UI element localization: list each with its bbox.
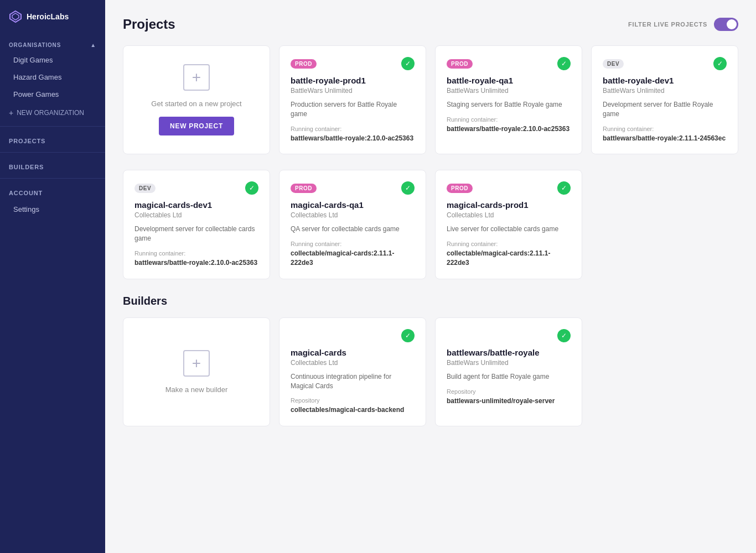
repo-label: Repository (291, 397, 415, 404)
new-builder-icon: + (183, 350, 210, 377)
builder-card-magical-cards[interactable]: ✓ magical-cards Collectables Ltd Continu… (279, 317, 426, 426)
project-card-magical-cards-prod1[interactable]: PROD ✓ magical-cards-prod1 Collectables … (435, 170, 582, 279)
new-builder-text: Make a new builder (165, 385, 228, 394)
card-org: BattleWars Unlimited (447, 87, 571, 95)
project-card-magical-cards-qa1[interactable]: PROD ✓ magical-cards-qa1 Collectables Lt… (279, 170, 426, 279)
env-badge: PROD (447, 59, 473, 69)
container-value: battlewars/battle-royale:2.10.0-ac25363 (291, 134, 415, 143)
filter-label: FILTER LIVE PROJECTS (628, 21, 707, 28)
card-org: BattleWars Unlimited (447, 359, 571, 367)
project-card-magical-cards-dev1[interactable]: DEV ✓ magical-cards-dev1 Collectables Lt… (123, 170, 270, 279)
env-badge: DEV (134, 184, 156, 193)
env-badge: DEV (603, 59, 624, 69)
container-value: battlewars/battle-royale:2.10.0-ac25363 (447, 124, 571, 134)
card-title: magical-cards-dev1 (134, 200, 258, 210)
card-desc: Continuous integration pipeline for Magi… (291, 372, 415, 391)
filter-live-toggle[interactable] (714, 18, 738, 31)
card-desc: Staging servers for Battle Royale game (447, 100, 571, 109)
card-org: Collectables Ltd (134, 211, 258, 219)
card-title: battle-royale-prod1 (291, 76, 415, 85)
sidebar-item-account[interactable]: ACCOUNT (0, 182, 105, 201)
container-value: collectable/magical-cards:2.11.1-222de3 (291, 249, 415, 268)
env-badge: PROD (291, 59, 317, 69)
container-label: Running container: (134, 250, 258, 257)
container-value: battlewars/battle-royale:2.10.0-ac25363 (134, 258, 258, 268)
card-org: BattleWars Unlimited (603, 87, 727, 95)
card-header: DEV ✓ (134, 181, 258, 195)
card-header: DEV ✓ (603, 57, 727, 70)
card-org: Collectables Ltd (447, 211, 571, 219)
card-desc: Live server for collectable cards game (447, 225, 571, 234)
card-title: magical-cards-qa1 (291, 200, 415, 210)
page-header: Projects FILTER LIVE PROJECTS (123, 17, 738, 32)
status-check-icon: ✓ (557, 181, 571, 195)
card-header: PROD ✓ (447, 181, 571, 195)
status-check-icon: ✓ (557, 329, 571, 342)
card-desc: Development server for Battle Royale gam… (603, 100, 727, 119)
env-badge: PROD (447, 184, 473, 193)
logo-icon (9, 10, 22, 23)
card-title: battlewars/battle-royale (447, 348, 571, 357)
status-check-icon: ✓ (401, 329, 415, 342)
organisations-label: ORGANISATIONS (9, 42, 61, 48)
container-value: collectable/magical-cards:2.11.1-222de3 (447, 249, 571, 268)
sidebar-item-power-games[interactable]: Power Games (0, 86, 105, 103)
new-project-button[interactable]: NEW PROJECT (159, 117, 234, 135)
status-check-icon: ✓ (401, 181, 415, 195)
project-card-battle-royale-prod1[interactable]: PROD ✓ battle-royale-prod1 BattleWars Un… (279, 45, 426, 154)
status-check-icon: ✓ (401, 57, 415, 70)
page-title: Projects (123, 17, 175, 32)
card-org: Collectables Ltd (291, 359, 415, 367)
container-label: Running container: (447, 241, 571, 247)
card-header: ✓ (447, 329, 571, 342)
card-title: battle-royale-qa1 (447, 76, 571, 85)
container-value: battlewars/battle-royale:2.11.1-24563ec (603, 134, 727, 143)
status-check-icon: ✓ (713, 57, 727, 70)
logo-text: HeroicLabs (27, 12, 69, 21)
projects-row-2: DEV ✓ magical-cards-dev1 Collectables Lt… (123, 170, 738, 279)
svg-marker-0 (10, 11, 21, 22)
container-label: Running container: (291, 126, 415, 132)
card-title: magical-cards-prod1 (447, 200, 571, 210)
card-header: PROD ✓ (291, 181, 415, 195)
card-org: BattleWars Unlimited (291, 87, 415, 95)
new-builder-card[interactable]: + Make a new builder (123, 317, 270, 426)
builders-section-title: Builders (123, 295, 738, 307)
chevron-up-icon: ▲ (90, 42, 96, 48)
organisations-header[interactable]: ORGANISATIONS ▲ (0, 33, 105, 51)
repo-value: collectables/magical-cards-backend (291, 405, 415, 415)
builders-grid: + Make a new builder ✓ magical-cards Col… (123, 317, 738, 426)
projects-row-1: + Get started on a new project NEW PROJE… (123, 45, 738, 154)
logo[interactable]: HeroicLabs (0, 0, 105, 33)
svg-marker-1 (12, 13, 19, 20)
card-desc: Development server for collectable cards… (134, 225, 258, 243)
card-desc: Build agent for Battle Royale game (447, 372, 571, 382)
new-project-icon: + (183, 64, 210, 91)
env-badge: PROD (291, 184, 317, 193)
card-header: PROD ✓ (291, 57, 415, 70)
sidebar-item-projects[interactable]: PROJECTS (0, 130, 105, 149)
card-header: ✓ (291, 329, 415, 342)
status-check-icon: ✓ (245, 181, 258, 195)
filter-section: FILTER LIVE PROJECTS (628, 18, 738, 31)
container-label: Running container: (291, 241, 415, 247)
sidebar-item-hazard-games[interactable]: Hazard Games (0, 69, 105, 86)
main-content: Projects FILTER LIVE PROJECTS + Get star… (105, 0, 756, 553)
sidebar: HeroicLabs ORGANISATIONS ▲ Digit Games H… (0, 0, 105, 553)
repo-label: Repository (447, 388, 571, 395)
sidebar-item-builders[interactable]: BUILDERS (0, 156, 105, 175)
card-desc: Production servers for Battle Royale gam… (291, 100, 415, 119)
new-project-card[interactable]: + Get started on a new project NEW PROJE… (123, 45, 270, 154)
new-organization-button[interactable]: + NEW ORGANIZATION (0, 103, 105, 123)
new-project-text: Get started on a new project (151, 100, 241, 108)
builder-card-battlewars-battle-royale[interactable]: ✓ battlewars/battle-royale BattleWars Un… (435, 317, 582, 426)
project-card-battle-royale-dev1[interactable]: DEV ✓ battle-royale-dev1 BattleWars Unli… (591, 45, 738, 154)
plus-icon: + (9, 108, 13, 117)
card-desc: QA server for collectable cards game (291, 225, 415, 234)
card-title: battle-royale-dev1 (603, 76, 727, 85)
repo-value: battlewars-unlimited/royale-server (447, 397, 571, 406)
project-card-battle-royale-qa1[interactable]: PROD ✓ battle-royale-qa1 BattleWars Unli… (435, 45, 582, 154)
sidebar-item-settings[interactable]: Settings (0, 201, 105, 218)
sidebar-item-digit-games[interactable]: Digit Games (0, 51, 105, 69)
card-title: magical-cards (291, 348, 415, 357)
